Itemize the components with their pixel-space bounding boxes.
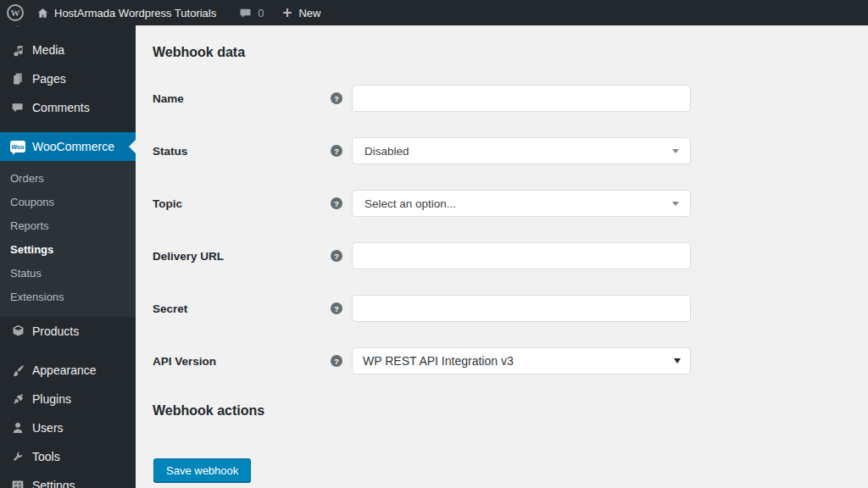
topic-label: Topic [153,197,331,210]
topic-selected-value: Select an option... [364,197,456,210]
site-name: HostArmada Wordpress Tutorials [54,7,216,19]
wrench-icon [10,449,25,464]
sidebar-item-label: Tools [32,450,60,463]
form-row-delivery-url: Delivery URL ? [153,241,868,270]
sidebar-item-label: Media [32,43,64,57]
sidebar-item-products[interactable]: Products [0,317,136,346]
sidebar-item-tools[interactable]: Tools [0,442,136,471]
status-dropdown[interactable]: Disabled [352,137,691,164]
api-version-select[interactable]: WP REST API Integration v3 [352,347,691,374]
delivery-url-label: Delivery URL [153,250,331,263]
sidebar-item-label: WooCommerce [32,140,114,153]
menu-separator [0,346,136,356]
new-label: New [298,7,320,19]
paintbrush-icon [10,363,25,378]
sidebar-item-media[interactable]: Media [0,36,136,64]
submenu-item-settings[interactable]: Settings [0,237,136,261]
sidebar-item-settings[interactable]: Settings [0,471,136,488]
admin-bar: W HostArmada Wordpress Tutorials 0 New [0,0,868,25]
woocommerce-submenu: Orders Coupons Reports Settings Status E… [0,161,136,317]
help-icon[interactable]: ? [331,302,342,314]
sidebar-item-appearance[interactable]: Appearance [0,356,136,385]
woocommerce-icon: Woo [10,139,25,154]
sidebar-item-label: Settings [32,479,75,488]
home-icon [36,7,49,19]
media-icon [10,42,25,58]
save-webhook-button[interactable]: Save webhook [153,458,251,482]
pages-icon [10,71,25,86]
user-icon [10,420,25,435]
settings-sliders-icon [10,478,25,488]
site-name-link[interactable]: HostArmada Wordpress Tutorials [36,0,216,25]
status-selected-value: Disabled [364,145,409,158]
sidebar: Posts Media Pages Comments Woo WooC [0,0,136,488]
name-label: Name [153,92,331,105]
wordpress-logo-icon[interactable]: W [7,4,24,21]
sidebar-item-label: Users [32,421,64,435]
api-version-label: API Version [153,355,331,368]
form-row-status: Status ? Disabled [153,136,868,165]
wordpress-admin-screen: Posts Media Pages Comments Woo WooC [0,0,868,488]
sidebar-item-label: Products [32,324,79,338]
menu-separator [0,122,136,132]
submenu-item-coupons[interactable]: Coupons [0,190,136,214]
comments-link[interactable]: 0 [239,0,264,25]
help-icon[interactable]: ? [331,145,342,157]
comments-icon [10,100,25,115]
submenu-item-status[interactable]: Status [0,261,136,285]
submenu-item-reports[interactable]: Reports [0,214,136,237]
delivery-url-input[interactable] [352,242,691,269]
comment-bubble-icon [239,7,252,19]
new-content-button[interactable]: New [281,0,320,25]
sidebar-item-label: Pages [32,72,66,86]
help-icon[interactable]: ? [331,92,342,104]
chevron-down-icon [672,202,679,206]
api-version-selected-value: WP REST API Integration v3 [363,354,514,368]
chevron-down-icon [672,149,679,153]
help-icon[interactable]: ? [331,250,342,262]
form-row-api-version: API Version ? WP REST API Integration v3 [153,347,868,375]
help-icon[interactable]: ? [331,197,342,209]
sidebar-item-plugins[interactable]: Plugins [0,385,136,413]
webhook-actions-title: Webhook actions [153,402,868,419]
plus-icon [281,7,293,19]
form-row-secret: Secret ? [153,294,868,323]
sidebar-item-label: Appearance [32,363,97,377]
sidebar-item-pages[interactable]: Pages [0,64,136,93]
form-row-name: Name ? [153,84,868,113]
name-input[interactable] [352,85,691,112]
comment-count: 0 [258,7,264,19]
topic-dropdown[interactable]: Select an option... [352,190,691,217]
form-row-topic: Topic ? Select an option... [153,189,868,218]
sidebar-item-label: Comments [32,101,90,114]
plugin-icon [10,391,25,407]
sidebar-item-users[interactable]: Users [0,413,136,442]
sidebar-item-comments[interactable]: Comments [0,93,136,122]
submenu-item-extensions[interactable]: Extensions [0,285,136,308]
webhook-data-title: Webhook data [153,44,868,61]
webhook-settings-panel: Webhook data Name ? Status ? Disabled To… [136,25,868,488]
submenu-item-orders[interactable]: Orders [0,166,136,190]
secret-label: Secret [153,302,331,315]
sidebar-item-label: Plugins [32,392,71,406]
select-arrow-icon [674,358,681,363]
sidebar-item-woocommerce[interactable]: Woo WooCommerce [0,132,136,161]
help-icon[interactable]: ? [331,355,342,367]
status-label: Status [153,145,331,158]
secret-input[interactable] [352,295,691,322]
products-box-icon [10,324,25,339]
